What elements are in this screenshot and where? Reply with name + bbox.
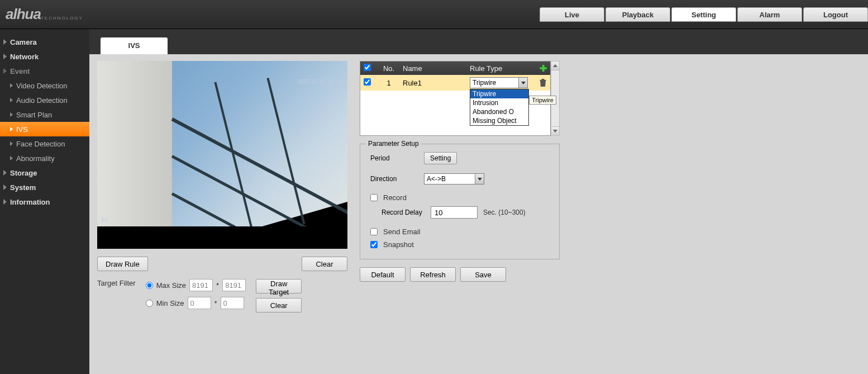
caret-icon (10, 98, 13, 102)
max-size-radio[interactable] (146, 282, 153, 289)
dropdown-icon[interactable] (475, 174, 484, 184)
caret-icon (3, 68, 7, 74)
min-size-label: Min Size (156, 299, 184, 307)
nav-playback[interactable]: Playback (605, 7, 670, 22)
record-delay-hint: Sec. (10~300) (483, 209, 526, 216)
top-bar: alhua TECHNOLOGY Live Playback Setting A… (0, 0, 868, 29)
rule-type-tooltip: Tripwire (529, 96, 556, 105)
direction-select[interactable]: A<->B (424, 173, 484, 184)
video-timestamp: 2555-01-01 08:53 (298, 79, 342, 85)
caret-icon (3, 184, 7, 190)
rule-type-dropdown: Tripwire Intrusion Abandoned O Missing O… (470, 89, 529, 126)
refresh-button[interactable]: Refresh (410, 267, 456, 282)
sidebar-audio-detection[interactable]: Audio Detection (0, 93, 89, 107)
dd-tripwire[interactable]: Tripwire (470, 89, 528, 98)
rule-row[interactable]: 1 Rule1 Tripwire Tripwire Intrusion Ab (360, 75, 550, 91)
sidebar-smart-plan[interactable]: Smart Plan (0, 107, 89, 122)
dd-intrusion[interactable]: Intrusion (470, 98, 528, 107)
snapshot-checkbox[interactable] (370, 241, 378, 248)
sidebar-face-detection[interactable]: Face Detection (0, 136, 89, 151)
clear-target-button[interactable]: Clear (256, 298, 302, 313)
min-size-radio[interactable] (146, 300, 153, 307)
caret-icon (3, 39, 7, 45)
record-delay-label: Record Delay (381, 209, 425, 216)
caret-icon (10, 141, 13, 146)
send-email-checkbox[interactable] (370, 228, 378, 235)
rule-row-checkbox[interactable] (364, 78, 371, 86)
min-width-input[interactable] (188, 297, 211, 309)
top-nav: Live Playback Setting Alarm Logout (540, 7, 868, 22)
rules-col-name: Name (403, 64, 464, 73)
scroll-up-icon[interactable] (551, 61, 559, 70)
sidebar-ivs[interactable]: IVS (0, 122, 89, 136)
rules-panel: No. Name Rule Type ✚ 1 Rule1 Tripwire (360, 61, 560, 136)
video-preview[interactable]: 2555-01-01 08:53 Fc (97, 61, 347, 249)
sidebar-system[interactable]: System (0, 180, 89, 195)
sidebar: Camera Network Event Video Detection Aud… (0, 29, 89, 374)
sidebar-video-detection[interactable]: Video Detection (0, 78, 89, 93)
max-size-label: Max Size (156, 281, 186, 290)
period-label: Period (370, 154, 418, 162)
sidebar-storage[interactable]: Storage (0, 165, 89, 180)
rule-row-no: 1 (380, 79, 397, 87)
default-button[interactable]: Default (360, 267, 406, 282)
rules-col-type: Rule Type (470, 64, 533, 73)
dd-abandoned[interactable]: Abandoned O (470, 107, 528, 116)
period-setting-button[interactable]: Setting (424, 152, 457, 164)
brand-logo: alhua TECHNOLOGY (6, 6, 83, 23)
rules-select-all[interactable] (364, 64, 371, 71)
caret-icon (10, 156, 13, 160)
draw-rule-button[interactable]: Draw Rule (97, 257, 148, 271)
video-label: Fc (102, 217, 108, 223)
nav-alarm[interactable]: Alarm (737, 7, 802, 22)
max-width-input[interactable] (189, 279, 213, 291)
clear-rule-button[interactable]: Clear (302, 257, 347, 271)
caret-icon (3, 199, 7, 205)
caret-icon (10, 127, 13, 131)
parameter-legend: Parameter Setup (366, 140, 421, 148)
delete-rule-icon[interactable] (539, 78, 547, 87)
sidebar-network[interactable]: Network (0, 49, 89, 64)
send-email-label: Send Email (383, 228, 420, 236)
sidebar-abnormality[interactable]: Abnormality (0, 151, 89, 165)
record-label: Record (383, 193, 407, 202)
rules-header: No. Name Rule Type ✚ (360, 61, 550, 75)
save-button[interactable]: Save (460, 267, 506, 282)
min-height-input[interactable] (221, 297, 244, 309)
snapshot-label: Snapshot (383, 240, 414, 249)
nav-live[interactable]: Live (540, 7, 604, 22)
caret-icon (3, 170, 7, 176)
draw-target-button[interactable]: Draw Target (256, 279, 302, 293)
caret-icon (10, 112, 13, 117)
rule-row-name: Rule1 (403, 79, 464, 87)
sidebar-event[interactable]: Event (0, 64, 89, 78)
tab-strip: IVS (89, 29, 868, 54)
brand-name: alhua (6, 6, 41, 23)
caret-icon (10, 83, 13, 88)
rules-col-no: No. (380, 64, 397, 73)
sidebar-information[interactable]: Information (0, 195, 89, 209)
nav-logout[interactable]: Logout (803, 7, 868, 22)
sidebar-camera[interactable]: Camera (0, 35, 89, 49)
parameter-setup-fieldset: Parameter Setup Period Setting Direction… (360, 144, 560, 259)
tab-ivs[interactable]: IVS (101, 37, 168, 54)
add-rule-icon[interactable]: ✚ (539, 64, 547, 72)
caret-icon (3, 54, 7, 59)
brand-sub: TECHNOLOGY (41, 16, 83, 21)
nav-setting[interactable]: Setting (671, 7, 736, 22)
max-height-input[interactable] (222, 279, 246, 291)
dd-missing[interactable]: Missing Object (470, 116, 528, 125)
dropdown-icon[interactable] (518, 78, 527, 88)
record-delay-input[interactable] (431, 206, 478, 219)
target-filter-label: Target Filter (97, 279, 136, 287)
rule-type-select[interactable]: Tripwire Tripwire Intrusion Abandoned O … (470, 77, 528, 88)
scroll-down-icon[interactable] (551, 126, 559, 135)
direction-label: Direction (370, 175, 418, 183)
record-checkbox[interactable] (370, 194, 378, 201)
